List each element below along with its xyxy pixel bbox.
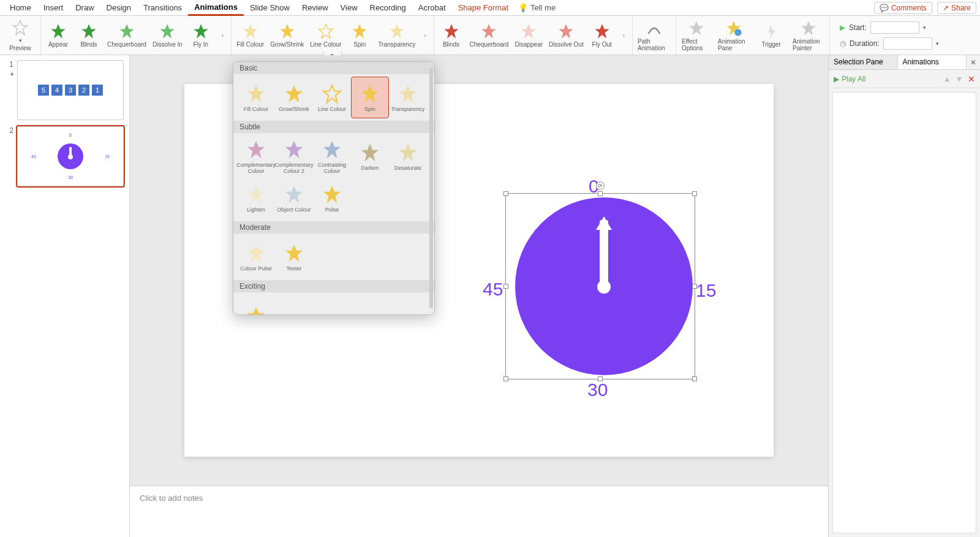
- emphasis-opt-grow-shrink[interactable]: Grow/Shrink: [275, 77, 313, 118]
- rotate-handle[interactable]: ⟳: [596, 181, 605, 190]
- animation-pane-button[interactable]: Animation Pane: [718, 20, 750, 51]
- emphasis-transp[interactable]: Transparency: [378, 23, 415, 48]
- resize-handle[interactable]: [598, 376, 603, 381]
- animation-pane-label: Animation Pane: [718, 38, 750, 51]
- animation-list[interactable]: [832, 92, 976, 533]
- trigger-button[interactable]: Trigger: [756, 23, 786, 48]
- emphasis-opt-transparency[interactable]: Transparency: [389, 77, 427, 118]
- delete-anim-button[interactable]: ✕: [968, 74, 975, 84]
- popover-section-exciting: Exciting: [233, 280, 434, 292]
- emphasis-opt-exciting-1[interactable]: [237, 295, 275, 314]
- svg-marker-7: [280, 24, 294, 38]
- emphasis-gallery: Fill Colour Grow/Shrink Line Colour Spin…: [232, 16, 434, 55]
- svg-marker-3: [119, 24, 134, 38]
- emphasis-opt-comp-colour-2[interactable]: Complementary Colour 2: [275, 135, 313, 177]
- star-icon: [480, 23, 497, 40]
- svg-marker-24: [399, 85, 417, 102]
- emphasis-spin[interactable]: Spin: [347, 23, 372, 48]
- resize-handle[interactable]: [692, 191, 697, 196]
- stepper-icon[interactable]: ▾: [936, 40, 939, 47]
- exit-more[interactable]: ›: [620, 32, 627, 39]
- play-all-label: Play All: [842, 75, 865, 83]
- comments-button[interactable]: 💬 Comments: [874, 2, 932, 14]
- tab-review[interactable]: Review: [296, 1, 334, 15]
- resize-handle[interactable]: [692, 284, 697, 289]
- tab-home[interactable]: Home: [4, 1, 37, 15]
- emphasis-opt-line-colour[interactable]: Line Colour: [313, 77, 351, 118]
- tab-slideshow[interactable]: Slide Show: [244, 1, 296, 15]
- resize-handle[interactable]: [503, 284, 508, 289]
- emphasis-opt-teeter[interactable]: Teeter: [275, 236, 313, 278]
- chevron-down-icon[interactable]: ▾: [923, 25, 926, 31]
- emphasis-opt-pulse[interactable]: Pulse: [313, 177, 351, 219]
- popover-scrollbar[interactable]: [429, 68, 433, 308]
- duration-input[interactable]: [883, 37, 932, 50]
- animations-pane-tab[interactable]: Animations: [898, 55, 967, 69]
- path-animation-button[interactable]: Path Animation: [638, 20, 671, 51]
- selection-pane-tab[interactable]: Selection Pane: [829, 55, 898, 69]
- move-up-button[interactable]: ▲: [943, 75, 951, 83]
- entrance-blinds[interactable]: Blinds: [77, 23, 101, 48]
- opt-label: Grow/Shrink: [279, 106, 309, 112]
- entrance-more[interactable]: ›: [219, 32, 226, 39]
- animation-painter-button[interactable]: Animation Painter: [793, 20, 824, 51]
- emphasis-opt-desaturate[interactable]: Desaturate: [389, 135, 427, 177]
- resize-handle[interactable]: [692, 376, 697, 381]
- ribbon: ▾ Preview Appear Blinds Chequerboard Dis…: [0, 16, 980, 55]
- entrance-chequer[interactable]: Chequerboard: [107, 23, 146, 48]
- star-icon: [244, 242, 268, 264]
- emphasis-line[interactable]: Line Colour: [310, 23, 341, 48]
- notes-pane[interactable]: Click to add notes: [130, 486, 828, 537]
- exit-flyout[interactable]: Fly Out: [590, 23, 614, 48]
- slide-thumb-2[interactable]: 0 15 30 45: [17, 126, 124, 186]
- resize-handle[interactable]: [598, 191, 603, 196]
- tell-me[interactable]: 💡 Tell me: [518, 3, 556, 12]
- entrance-flyin[interactable]: Fly In: [189, 23, 213, 48]
- tab-animations[interactable]: Animations: [188, 0, 244, 16]
- effect-options-button[interactable]: Effect Options: [681, 20, 712, 51]
- slide-thumb-1[interactable]: ✦ 5 4 3 2 1: [17, 60, 124, 120]
- exit-chequer[interactable]: Chequerboard: [470, 23, 509, 48]
- tab-acrobat[interactable]: Acrobat: [412, 1, 452, 15]
- svg-marker-12: [482, 24, 496, 38]
- play-all-button[interactable]: ▶ Play All: [834, 75, 865, 83]
- exit-blinds[interactable]: Blinds: [439, 23, 464, 48]
- emphasis-opt-object-colour[interactable]: Object Colour: [275, 177, 313, 219]
- tab-shape-format[interactable]: Shape Format: [452, 1, 514, 15]
- timing-group: ▶ Start: ▾ ◷ Duration: ▾: [830, 16, 949, 55]
- preview-star-icon: [12, 19, 29, 36]
- exit-disappear[interactable]: Disappear: [514, 23, 543, 48]
- entrance-appear[interactable]: Appear: [46, 23, 70, 48]
- emphasis-grow[interactable]: Grow/Shrink: [270, 23, 304, 48]
- svg-marker-25: [247, 141, 265, 158]
- svg-marker-11: [444, 24, 458, 38]
- star-icon: [244, 183, 268, 205]
- emphasis-opt-contrast-colour[interactable]: Contrasting Colour: [313, 135, 351, 177]
- emphasis-opt-darken[interactable]: Darken: [351, 135, 389, 177]
- resize-handle[interactable]: [503, 191, 508, 196]
- move-down-button[interactable]: ▼: [956, 75, 963, 83]
- entrance-dissolve[interactable]: Dissolve In: [153, 23, 183, 48]
- emphasis-more[interactable]: ›: [421, 32, 428, 39]
- preview-button[interactable]: ▾ Preview: [5, 19, 36, 51]
- tab-draw[interactable]: Draw: [69, 1, 100, 15]
- emphasis-opt-spin[interactable]: Spin: [351, 77, 389, 118]
- tab-view[interactable]: View: [334, 1, 364, 15]
- emphasis-opt-colour-pulse[interactable]: Colour Pulse: [237, 236, 275, 278]
- selection-box[interactable]: ⟳: [505, 193, 695, 379]
- resize-handle[interactable]: [503, 376, 508, 381]
- options-group: Effect Options Animation Pane Trigger An…: [676, 16, 830, 55]
- exit-dissolve[interactable]: Dissolve Out: [549, 23, 584, 48]
- emphasis-fill[interactable]: Fill Colour: [236, 23, 264, 48]
- start-play-icon: ▶: [840, 23, 845, 32]
- close-pane-button[interactable]: ✕: [967, 55, 980, 69]
- emphasis-opt-lighten[interactable]: Lighten: [237, 177, 275, 219]
- emphasis-opt-fill-colour[interactable]: Fill Colour: [237, 77, 275, 118]
- emphasis-opt-comp-colour[interactable]: Complementary Colour: [237, 135, 275, 177]
- tab-transitions[interactable]: Transitions: [137, 1, 188, 15]
- start-input[interactable]: [870, 21, 919, 34]
- tab-insert[interactable]: Insert: [37, 1, 70, 15]
- share-button[interactable]: ↗ Share: [937, 2, 976, 14]
- tab-recording[interactable]: Recording: [364, 1, 412, 15]
- tab-design[interactable]: Design: [100, 1, 137, 15]
